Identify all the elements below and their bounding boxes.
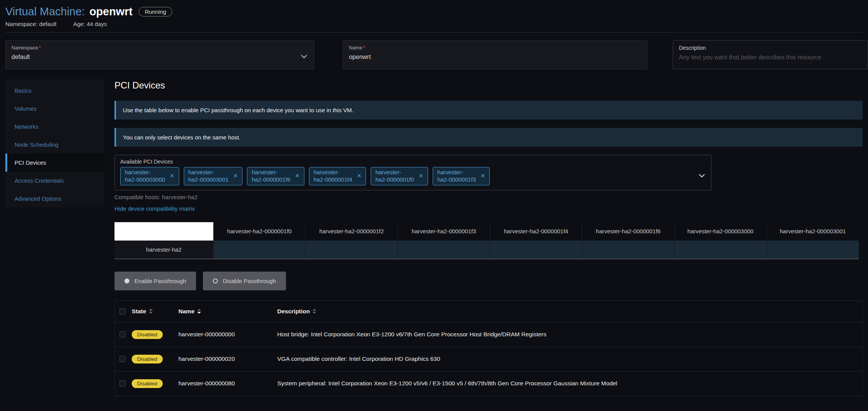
- matrix-cell: [582, 241, 674, 259]
- main-area: BasicsVolumesNetworksNode SchedulingPCI …: [0, 79, 868, 396]
- device-table-header: StateNameDescription: [115, 301, 862, 322]
- chip-remove-icon[interactable]: ✕: [357, 172, 362, 180]
- device-name-cell: harvester-000000080: [178, 380, 277, 387]
- sidebar-item-basics[interactable]: Basics: [5, 82, 104, 100]
- chip-remove-icon[interactable]: ✕: [295, 172, 300, 180]
- device-chip-label: harvester- ha2-0000001f3: [437, 169, 476, 183]
- matrix-column-header: harvester-ha2-0000001f6: [582, 222, 674, 241]
- chip-remove-icon[interactable]: ✕: [170, 172, 175, 180]
- column-header-state[interactable]: State: [132, 308, 178, 315]
- sort-down-icon: [312, 312, 316, 314]
- select-all-checkbox[interactable]: [119, 308, 126, 314]
- column-header-label: Name: [178, 308, 195, 315]
- matrix-cell: [674, 241, 767, 259]
- name-value: openwrt: [349, 54, 641, 61]
- row-checkbox[interactable]: [119, 356, 126, 362]
- matrix-row: harvester-ha2: [114, 241, 859, 259]
- state-cell: Disabled: [132, 330, 178, 339]
- state-badge: Disabled: [132, 379, 163, 388]
- sidebar-item-node-scheduling[interactable]: Node Scheduling: [5, 136, 104, 154]
- section-title: PCI Devices: [114, 80, 868, 91]
- device-chip-label: harvester- ha2-0000001f0: [375, 169, 414, 183]
- device-name-cell: harvester-000000020: [178, 355, 277, 362]
- sort-up-icon: [312, 309, 316, 311]
- header-checkbox-cell: [115, 308, 132, 314]
- matrix-cell: [490, 241, 582, 259]
- column-header-description[interactable]: Description: [277, 308, 862, 315]
- namespace-meta: Namespace: default: [5, 21, 56, 27]
- namespace-label: Namespace*: [11, 45, 308, 51]
- page-title: Virtual Machine:: [5, 5, 85, 18]
- sidebar-item-pci-devices[interactable]: PCI Devices: [5, 154, 104, 172]
- matrix-column-header: harvester-ha2-0000001f4: [490, 222, 582, 241]
- chip-remove-icon[interactable]: ✕: [233, 172, 238, 180]
- device-table-row: Disabledharvester-000000080System periph…: [115, 371, 862, 396]
- age-meta: Age: 44 days: [73, 21, 107, 27]
- available-pci-devices-select[interactable]: Available PCI Devices harvester- ha2-000…: [114, 155, 711, 190]
- namespace-value: default: [11, 54, 308, 61]
- namespace-select[interactable]: Namespace* default: [5, 40, 314, 69]
- column-header-name[interactable]: Name: [178, 308, 277, 315]
- sort-up-icon: [197, 309, 201, 311]
- sidebar-item-access-credentials[interactable]: Access Credentials: [5, 172, 104, 190]
- header-divider: [5, 32, 863, 33]
- vm-form-row: Namespace* default Name* openwrt Descrip…: [0, 40, 868, 69]
- matrix-cell: [306, 241, 398, 259]
- device-chip: harvester- ha2-000003000✕: [120, 167, 179, 185]
- description-placeholder: Any text you want that better describes …: [679, 54, 862, 61]
- sort-down-icon: [149, 312, 153, 314]
- state-cell: Disabled: [132, 355, 178, 364]
- pci-device-table: StateNameDescription Disabledharvester-0…: [114, 300, 863, 396]
- hide-compatibility-matrix-link[interactable]: Hide device compatibility matrix: [114, 205, 195, 212]
- enable-passthrough-label: Enable Passthrough: [134, 278, 186, 284]
- matrix-column-header: harvester-ha2-000003000: [674, 222, 767, 241]
- sort-carets-icon: [197, 309, 201, 314]
- sort-carets-icon: [312, 309, 316, 314]
- available-pci-devices-label: Available PCI Devices: [120, 159, 706, 165]
- sidebar-nav: BasicsVolumesNetworksNode SchedulingPCI …: [5, 79, 104, 207]
- enable-passthrough-button[interactable]: Enable Passthrough: [114, 272, 196, 290]
- chevron-down-icon: [301, 53, 307, 60]
- outline-circle-icon: [213, 278, 218, 283]
- device-description-cell: System peripheral: Intel Corporation Xeo…: [277, 380, 862, 387]
- description-label: Description: [679, 45, 862, 51]
- device-chip-label: harvester- ha2-000003001: [188, 169, 229, 183]
- device-chip: harvester- ha2-000003001✕: [184, 167, 243, 185]
- vm-name: openwrt: [89, 5, 132, 18]
- device-table-row: Disabledharvester-000000000Host bridge: …: [115, 322, 862, 347]
- matrix-host-label: harvester-ha2: [114, 241, 213, 259]
- sidebar-item-volumes[interactable]: Volumes: [5, 100, 104, 118]
- disable-passthrough-button[interactable]: Disable Passthrough: [203, 272, 286, 290]
- sort-carets-icon: [149, 309, 153, 314]
- row-checkbox[interactable]: [119, 331, 126, 337]
- row-checkbox-cell: [115, 331, 132, 337]
- filled-circle-icon: [124, 278, 129, 283]
- matrix-column-header: harvester-ha2-0000001f3: [398, 222, 490, 241]
- device-chip: harvester- ha2-0000001f4✕: [309, 167, 366, 185]
- sort-down-icon: [197, 312, 201, 314]
- device-chip: harvester- ha2-0000001f0✕: [371, 167, 428, 185]
- column-header-label: State: [132, 308, 146, 315]
- info-banner-passthrough: Use the table below to enable PCI passth…: [114, 101, 863, 120]
- chip-remove-icon[interactable]: ✕: [481, 172, 485, 180]
- row-checkbox[interactable]: [119, 380, 126, 386]
- name-field[interactable]: Name* openwrt: [343, 40, 647, 69]
- meta-row: Namespace: default Age: 44 days: [5, 21, 863, 27]
- matrix-cell: [213, 241, 306, 259]
- chip-remove-icon[interactable]: ✕: [418, 172, 423, 180]
- chevron-down-icon: [699, 172, 705, 179]
- disable-passthrough-label: Disable Passthrough: [223, 278, 276, 284]
- device-description-cell: VGA compatible controller: Intel Corpora…: [277, 355, 862, 362]
- required-mark: *: [39, 45, 41, 51]
- column-header-label: Description: [277, 308, 310, 315]
- sidebar-item-advanced-options[interactable]: Advanced Options: [5, 190, 104, 208]
- sort-up-icon: [149, 309, 153, 311]
- state-badge: Disabled: [132, 330, 163, 339]
- page-header: Virtual Machine: openwrt Running Namespa…: [0, 0, 868, 33]
- sidebar-item-networks[interactable]: Networks: [5, 118, 104, 136]
- selected-device-chips: harvester- ha2-000003000✕harvester- ha2-…: [120, 167, 706, 185]
- required-mark: *: [363, 45, 365, 51]
- description-field[interactable]: Description Any text you want that bette…: [673, 40, 868, 69]
- device-description-cell: Host bridge: Intel Corporation Xeon E3-1…: [277, 331, 862, 338]
- state-cell: Disabled: [132, 379, 178, 388]
